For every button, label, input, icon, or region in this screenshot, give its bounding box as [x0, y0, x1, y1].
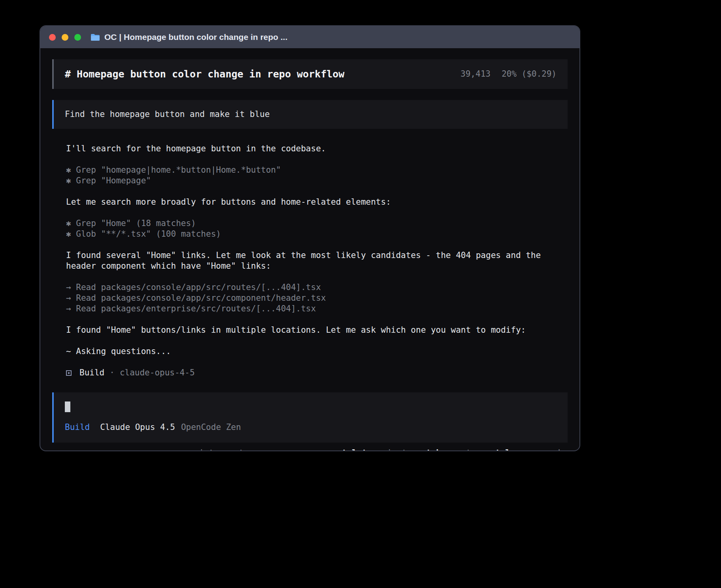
tool-call-line: ✱ Grep "Home" (18 matches) [66, 218, 566, 229]
read-tool-line: → Read packages/console/app/src/routes/[… [66, 282, 566, 293]
window-titlebar[interactable]: OC | Homepage button color change in rep… [40, 26, 579, 48]
build-agent-icon [66, 370, 72, 376]
assistant-text-line: I found "Home" buttons/links in multiple… [66, 325, 566, 335]
prompt-meta: Build Claude Opus 4.5 OpenCode Zen [65, 422, 557, 433]
token-count: 39,413 [461, 69, 491, 79]
read-tool-line: → Read packages/console/app/src/componen… [66, 293, 566, 303]
text-cursor [65, 401, 70, 412]
window-controls [49, 34, 81, 41]
interrupt-hint: esc interrupt [179, 448, 244, 451]
assistant-text-line: I'll search for the homepage button in t… [66, 143, 566, 154]
read-tool-line: → Read packages/enterprise/src/routes/[.… [66, 303, 566, 314]
spinner-dots: · · · · · · · · [53, 448, 162, 451]
terminal-content: # Homepage button color change in repo w… [40, 48, 579, 451]
session-stats: 39,413 20% ($0.29) [461, 69, 557, 79]
prompt-input[interactable]: Build Claude Opus 4.5 OpenCode Zen [52, 392, 568, 443]
assistant-working-line: ~ Asking questions... [66, 346, 566, 357]
esc-key: esc [179, 448, 194, 451]
separator-dot: · [109, 368, 115, 378]
provider-label: OpenCode Zen [181, 422, 241, 433]
zoom-button[interactable] [74, 34, 81, 41]
terminal-window: OC | Homepage button color change in rep… [40, 25, 580, 451]
interrupt-label: interrupt [199, 448, 244, 451]
tool-call-line: ✱ Grep "Homepage" [66, 175, 566, 186]
model-label: Claude Opus 4.5 [100, 422, 175, 433]
status-bar: · · · · · · · · esc interrupt ctrl+t var… [52, 448, 568, 451]
shortcut-variants: ctrl+t variants [337, 448, 412, 451]
context-usage: 20% ($0.29) [502, 69, 557, 79]
shortcut-commands: ctrl+p commands [490, 448, 565, 451]
close-button[interactable] [49, 34, 56, 41]
user-message-text: Find the homepage button and make it blu… [65, 109, 270, 119]
agent-name: Build [79, 368, 104, 378]
tool-call-line: ✱ Grep "homepage|home.*button|Home.*butt… [66, 165, 566, 175]
folder-icon [91, 34, 100, 41]
shortcut-agents: tab agents [426, 448, 476, 451]
tool-call-group: ✱ Grep "Home" (18 matches) ✱ Glob "**/*.… [66, 218, 566, 239]
shortcut-hints: ctrl+t variants tab agents ctrl+p comman… [337, 448, 565, 451]
assistant-transcript: I'll search for the homepage button in t… [52, 129, 568, 378]
agent-model: claude-opus-4-5 [120, 368, 195, 378]
user-message: Find the homepage button and make it blu… [52, 100, 568, 129]
minimize-button[interactable] [62, 34, 68, 41]
session-title: # Homepage button color change in repo w… [65, 69, 344, 79]
tool-call-group: → Read packages/console/app/src/routes/[… [66, 282, 566, 314]
tool-call-line: ✱ Glob "**/*.tsx" (100 matches) [66, 229, 566, 239]
assistant-text-line: I found several "Home" links. Let me loo… [66, 250, 566, 271]
prompt-input-line[interactable] [65, 401, 557, 412]
assistant-text-line: Let me search more broadly for buttons a… [66, 197, 566, 207]
window-title: OC | Homepage button color change in rep… [104, 32, 287, 42]
tool-call-group: ✱ Grep "homepage|home.*button|Home.*butt… [66, 165, 566, 186]
mode-label: Build [65, 422, 90, 433]
session-header: # Homepage button color change in repo w… [52, 59, 568, 89]
agent-status-line: Build · claude-opus-4-5 [66, 368, 566, 378]
